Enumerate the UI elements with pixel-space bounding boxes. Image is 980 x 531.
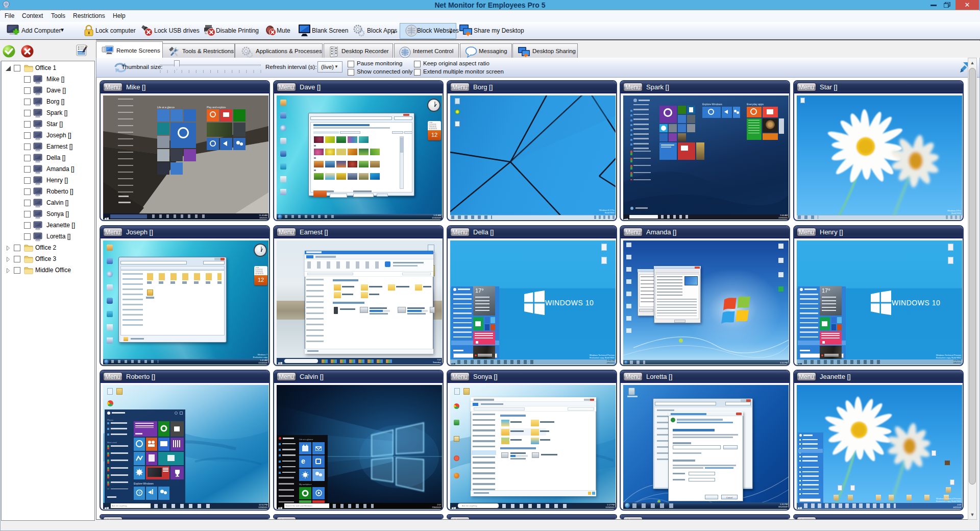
- svg-text:?: ?: [138, 491, 141, 495]
